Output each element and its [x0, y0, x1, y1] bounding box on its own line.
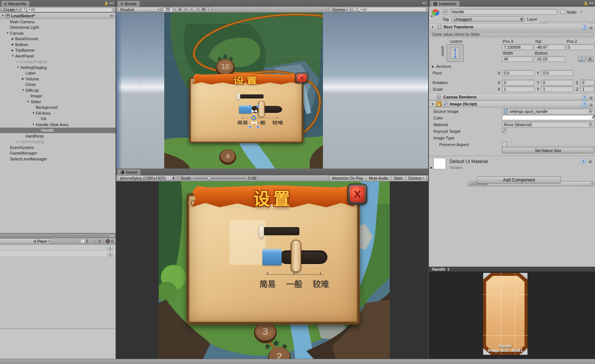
nine-slice-guide[interactable] — [483, 294, 527, 295]
width-field[interactable]: 45 — [502, 56, 533, 62]
nine-slice-guide[interactable] — [515, 273, 515, 355]
console-error-filter[interactable]: ! 0 — [103, 238, 116, 245]
foldout-open-icon[interactable]: ▼ — [431, 103, 434, 106]
pos-x-field[interactable]: 7.100006 — [502, 44, 533, 50]
hierarchy-item-storediaglog[interactable]: ▶StoreDiaglog — [0, 139, 116, 145]
hierarchy-item-bottom[interactable]: ▶Bottom — [0, 42, 116, 48]
gameobject-name-field[interactable]: Handle — [450, 9, 557, 15]
stats-button[interactable]: Stats — [391, 175, 405, 181]
color-swatch-field[interactable] — [502, 115, 594, 120]
hierarchy-item-close[interactable]: Close — [0, 82, 116, 88]
tab-hierarchy[interactable]: ≡ Hierarchy — [1, 0, 30, 7]
selection-handle-dot[interactable] — [248, 105, 251, 108]
foldout-open-icon[interactable]: ▼ — [21, 89, 25, 92]
hierarchy-item-settingdiaglog[interactable]: ▼SettingDiaglog — [0, 65, 116, 70]
foldout-closed-icon[interactable]: ▶ — [10, 43, 15, 46]
help-icon[interactable]: ? — [581, 159, 586, 163]
hierarchy-item-fill[interactable]: Fill — [0, 116, 116, 122]
foldout-open-icon[interactable]: ▼ — [26, 100, 31, 103]
gear-icon[interactable] — [588, 25, 593, 30]
canvas-renderer-header[interactable]: Canvas Renderer ? — [429, 94, 595, 100]
rotation-z-field[interactable]: 0 — [580, 80, 594, 86]
hierarchy-item-diffcuty[interactable]: ▼Diffcuty — [0, 87, 116, 93]
hierarchy-item-harddesp[interactable]: HardDesp — [0, 133, 116, 139]
hierarchy-item-selectlevelmanager[interactable]: SelectLevelManager — [0, 156, 116, 162]
material-field[interactable]: None (Material) — [502, 122, 594, 128]
volume-slider-track[interactable] — [264, 227, 299, 235]
hierarchy-item-background[interactable]: ▶BackGround — [0, 36, 116, 42]
scene-pane-menu-icon[interactable]: ▾≡ — [422, 1, 427, 5]
aspect-dropdown[interactable]: iphone6plus (1080x1920) — [118, 176, 176, 181]
console-menu-icon[interactable]: ▾≡ — [110, 234, 114, 238]
create-button[interactable]: Create▾ — [1, 7, 20, 12]
tab-scene[interactable]: # Scene — [117, 0, 140, 7]
maximize-on-play-button[interactable]: Maximize On Play — [329, 175, 366, 181]
hierarchy-item-label[interactable]: Label — [0, 70, 116, 76]
foldout-open-icon[interactable]: ▼ — [10, 54, 15, 58]
scene-search-input[interactable]: ▾ All — [353, 7, 427, 12]
console-log-row[interactable]: 1 — [0, 245, 116, 250]
selection-handle-dot[interactable] — [257, 125, 259, 128]
tag-dropdown[interactable]: Untagged — [452, 16, 524, 22]
gear-icon[interactable] — [588, 95, 593, 100]
source-image-field[interactable]: settings-ajust_handle — [502, 108, 594, 114]
selection-handle-dot[interactable] — [257, 105, 259, 108]
hierarchy-item-volume[interactable]: ▶Volume — [0, 76, 116, 82]
foldout-closed-icon[interactable]: ▶ — [16, 60, 20, 63]
search-filter-caret-icon[interactable]: ▾ — [360, 8, 362, 11]
hierarchy-item-energydiaglog[interactable]: ▶EnergyDiaglog — [0, 59, 116, 65]
help-icon[interactable]: ? — [582, 25, 587, 30]
hierarchy-item-handle-slide-area[interactable]: ▼Handle Slide Area — [0, 122, 116, 128]
foldout-open-icon[interactable]: ▼ — [431, 25, 434, 29]
pane-menu-icon[interactable]: 🔒 ▾≡ — [104, 1, 114, 5]
material-preview-swatch[interactable] — [433, 158, 446, 169]
tab-inspector[interactable]: i Inspector — [430, 0, 460, 7]
foldout-open-icon[interactable]: ▼ — [16, 66, 20, 69]
help-icon[interactable]: ? — [582, 102, 587, 107]
game-gizmos-button[interactable]: Gizmos▾ — [405, 175, 427, 181]
preview-header[interactable]: Handle — [429, 267, 595, 272]
selection-handle-dot[interactable] — [248, 125, 251, 128]
bottom-field[interactable]: -32.03 — [534, 56, 565, 62]
lighting-toggle-button[interactable] — [175, 7, 185, 12]
console-info-filter[interactable]: ! 2 — [78, 238, 90, 245]
difficulty-slider-handle[interactable] — [291, 240, 301, 272]
pivot-x-field[interactable]: 0.5 — [502, 70, 534, 76]
foldout-closed-icon[interactable]: ▶ — [16, 140, 20, 143]
hierarchy-item-background[interactable]: Background — [0, 105, 116, 111]
preserve-aspect-checkbox[interactable] — [502, 142, 507, 146]
hierarchy-item-directional-light[interactable]: Directional Light — [0, 25, 116, 31]
scene-gizmos-button[interactable]: Gizmos▾ — [329, 7, 351, 12]
rotation-x-field[interactable]: 0 — [502, 80, 534, 86]
scale-slider-thumb[interactable] — [207, 176, 211, 180]
rect-transform-header[interactable]: ▼ Rect Transform ? — [429, 24, 595, 30]
search-filter-caret-icon[interactable]: ▾ — [29, 8, 30, 11]
effects-toggle-button[interactable]: ▾ — [199, 7, 211, 12]
image-component-header[interactable]: ▼ ✓ Image (Script) ? — [429, 101, 595, 107]
eyedropper-icon[interactable] — [592, 114, 595, 119]
foldout-closed-icon[interactable]: ▶ — [432, 65, 434, 68]
mute-audio-button[interactable]: Mute Audio — [366, 175, 391, 181]
scene-header-row[interactable]: ▼ LevelSelect* ▾≡ — [0, 13, 116, 19]
scene-menu-icon[interactable]: ▾≡ — [110, 14, 114, 18]
help-icon[interactable]: ? — [582, 95, 587, 100]
console-warning-filter[interactable]: 0 — [90, 238, 103, 245]
hierarchy-item-gamemanager[interactable]: GameManager — [0, 150, 116, 156]
console-log-row[interactable]: 1 — [0, 251, 116, 257]
nine-slice-guide[interactable] — [501, 273, 501, 355]
gear-icon[interactable] — [588, 102, 593, 107]
hierarchy-item-image[interactable]: Image — [0, 93, 116, 99]
level-medallion-3[interactable]: 3 — [254, 322, 277, 343]
add-component-button[interactable]: Add Component — [477, 176, 561, 184]
foldout-closed-icon[interactable]: ▶ — [430, 166, 433, 169]
scene-viewport[interactable]: 10 4 — [116, 13, 428, 169]
foldout-open-icon[interactable]: ▼ — [430, 15, 433, 18]
raw-edit-mode-button[interactable]: R — [587, 56, 594, 62]
active-checkbox[interactable]: ✓ — [443, 10, 448, 14]
scale-y-field[interactable]: 1 — [541, 86, 574, 92]
top-field[interactable]: -48.97 — [534, 44, 565, 50]
inspector-menu-icon[interactable]: 🔒 ▾≡ — [584, 1, 594, 5]
image-enabled-checkbox[interactable]: ✓ — [443, 102, 448, 107]
scale-z-field[interactable]: 1 — [580, 86, 594, 92]
nine-slice-guide[interactable] — [483, 335, 527, 336]
